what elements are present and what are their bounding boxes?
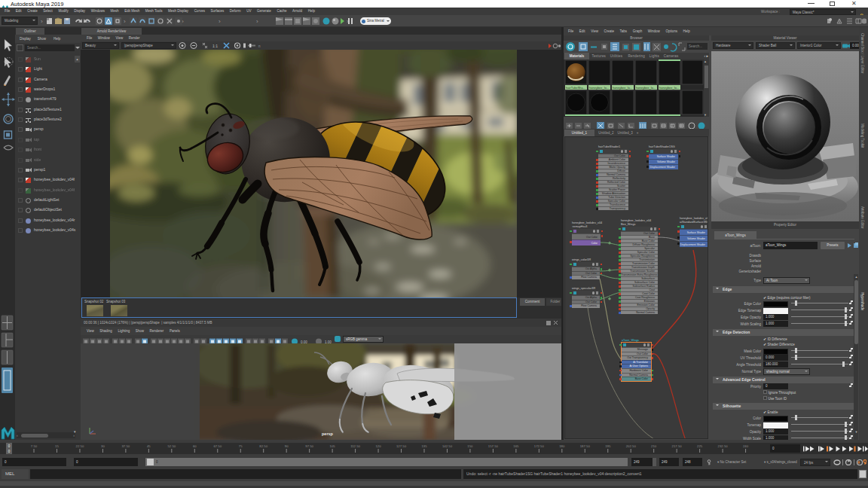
svg-text:hairTubeSha...: hairTubeSha...	[566, 86, 585, 90]
svg-text:180: 180	[559, 444, 565, 448]
svg-text:67.50: 67.50	[213, 444, 222, 448]
svg-text:187.50: 187.50	[580, 444, 591, 448]
svg-text:127.50: 127.50	[396, 444, 407, 448]
svg-text:75: 75	[239, 444, 243, 448]
svg-text:›: ›	[41, 18, 43, 25]
svg-text:97.50: 97.50	[305, 444, 313, 448]
svg-text:›: ›	[256, 18, 258, 25]
svg-text:120: 120	[375, 444, 381, 448]
svg-text:n: n	[258, 44, 261, 48]
svg-text:honeybee_lo...: honeybee_lo...	[659, 86, 679, 90]
svg-text:90: 90	[285, 444, 289, 448]
svg-text:165: 165	[513, 444, 519, 448]
svg-text:60: 60	[193, 444, 197, 448]
svg-text:7.50: 7.50	[31, 444, 38, 448]
svg-text:172.50: 172.50	[534, 444, 545, 448]
svg-text:157.50: 157.50	[488, 444, 499, 448]
svg-text:105: 105	[330, 444, 336, 448]
svg-text:persp: persp	[322, 432, 334, 436]
svg-text:135: 135	[421, 444, 427, 448]
svg-text:240: 240	[743, 444, 749, 448]
svg-text:210: 210	[651, 444, 657, 448]
svg-text:217.50: 217.50	[672, 444, 683, 448]
svg-text:112.50: 112.50	[350, 444, 360, 448]
svg-text:195: 195	[605, 444, 611, 448]
svg-text:232.50: 232.50	[718, 444, 729, 448]
svg-text:202.50: 202.50	[626, 444, 637, 448]
svg-text:30: 30	[101, 444, 105, 448]
svg-text:225: 225	[697, 444, 703, 448]
svg-text:1:1: 1:1	[212, 44, 218, 48]
svg-text:37.50: 37.50	[121, 444, 130, 448]
svg-text:honeybee_lo...: honeybee_lo...	[636, 86, 656, 90]
svg-text:142.50: 142.50	[442, 444, 453, 448]
svg-text:52.50: 52.50	[167, 444, 176, 448]
svg-text:45: 45	[147, 444, 151, 448]
svg-text:honeybee_lo...: honeybee_lo...	[589, 86, 609, 90]
svg-text:15: 15	[55, 444, 59, 448]
svg-text:›: ›	[124, 18, 126, 25]
svg-text:honeybee_lo...: honeybee_lo...	[613, 86, 632, 90]
svg-text:›: ›	[219, 18, 221, 25]
svg-text:22.50: 22.50	[76, 444, 84, 448]
svg-text:82.50: 82.50	[259, 444, 267, 448]
svg-text:150: 150	[467, 444, 473, 448]
